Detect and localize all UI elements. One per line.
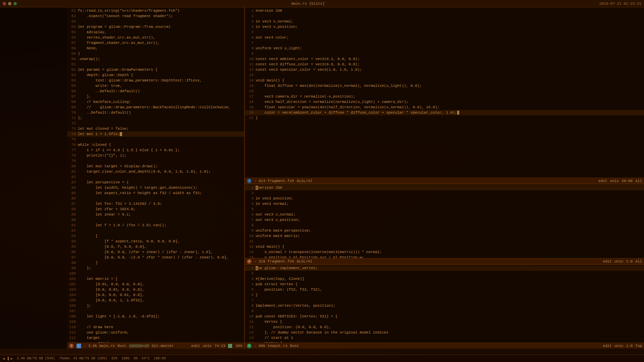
code-line-53: 53 [67,19,244,24]
line-text: [ [78,233,244,239]
sys-controls: ◀ ▐ ▶ [3,357,13,361]
rb-file-info: - 89k teapot.rs [254,344,287,348]
line-number: 14 [245,335,256,341]
line-text: float specular = pow(max(dot(half_direct… [256,105,644,110]
line-text: uniform vec3 u_light; [256,46,644,51]
line-number: 54 [67,24,78,29]
line-number: 16 [245,88,256,94]
line-text: // draw here [78,324,244,330]
line-number: 89 [67,212,78,217]
code-line-2: 2 [245,190,644,196]
line-number: 99 [67,265,78,271]
code-line-93: 93 [ [67,233,244,239]
line-text [78,271,244,276]
line-number: 73 [67,126,78,131]
sys-cpu: 62% [111,357,117,360]
line-number: 4 [245,201,256,206]
line-number: 8 [245,46,256,51]
line-number: 12 [245,244,256,249]
line-number: 84 [67,185,78,190]
line-number: 57 [67,40,78,46]
line-text [78,158,244,164]
line-text: use glium::implement_vertex; [256,265,644,271]
code-line-60: 60.unwrap(); [67,56,244,62]
line-text: out vec4 color; [256,35,644,40]
line-text: uniform mat4 perspective; [256,228,644,233]
code-line-90: 90 [67,217,244,223]
line-text: depth: glium::Depth { [78,72,244,78]
line-text: #version 330 [256,8,644,13]
line-text [256,29,644,35]
code-line-11: 11 Vertex { [245,319,644,324]
code-line-18: 18 vec3 half_direction = normalize(norma… [245,99,644,105]
line-number: 2 [245,13,256,19]
line-text: [0.0, 0.0, (zfar + znear) / (zfar - znea… [78,249,244,255]
line-text: // glium::draw_parameters::BackfaceCulli… [78,105,244,110]
rt-position: 20:89 [622,179,633,183]
line-text: v_position = gl_Position.xyz / gl_Positi… [256,255,644,258]
line-number: 107 [67,308,78,314]
line-number: 92 [67,228,78,233]
line-text: test: glium::draw_parameters::DepthTest:… [78,78,244,83]
close-button[interactable] [3,2,6,5]
code-line-92: 92 [67,228,244,233]
fragment-fsh-mid-code[interactable]: 1#version 33023in vec3 position;4in vec3… [245,184,644,258]
code-line-3: 3in vec3 position; [245,196,644,201]
line-text: while !closed { [78,142,244,147]
code-line-2: 2 [245,13,644,19]
line-text: ..Default::default() [78,110,244,115]
line-number: 88 [67,206,78,212]
code-line-7: 7 [245,298,644,303]
code-line-5: 5 position: (f32, f32, f32), [245,287,644,292]
line-number: 1 [245,8,256,13]
code-line-111: 111 use glium::uniform; [67,330,244,335]
line-text: let fov: f32 = 3.141592 / 3.0; [78,201,244,206]
teapot-rs-code[interactable]: 1use glium::implement_vertex;23#[derive(… [245,265,644,343]
line-text: #version 330 [256,185,644,190]
line-number: 9 [245,308,256,314]
code-line-19: 19 float specular = pow(max(dot(half_dir… [245,105,644,110]
line-number: 63 [67,72,78,78]
line-text: [f * aspect_ratio, 0.0, 0.0, 0.0], [78,239,244,244]
line-number: 52 [67,13,78,19]
line-number: 60 [67,56,78,62]
code-line-104: 104 [0.0, 0.0, 0.01, 0.0], [67,292,244,298]
line-text [256,308,644,314]
maximize-button[interactable] [13,2,17,5]
code-line-5: 5 [245,29,644,35]
line-text: Vertex { [256,319,644,324]
rb-extra: Top [635,344,642,348]
pane-number-3: 3 [247,179,252,183]
line-number: 10 [245,233,256,239]
rm-status-right: edit unix 1:0 All [603,259,642,263]
line-text [256,51,644,56]
code-line-102: 102 [0.01, 0.0, 0.0, 0.0], [67,282,244,287]
window-title: main.rs [blits] [17,2,599,6]
fragment-fsh-top-code[interactable]: 1#version 33023in vec3 v_normal;4in vec3… [245,7,644,178]
main-rs-code[interactable]: 51fs::read_to_string("src/shaders/fragme… [67,7,244,343]
code-line-101: 101 let matrix = [ [67,276,244,282]
line-text: in vec3 v_position; [256,24,644,29]
rb-status-right: edit unix 1:0 Top [603,344,642,348]
code-line-91: 91 let f = 1.0 / (fov / 2.0).tan(); [67,223,244,228]
title-bar: main.rs [blits] 2019-07-21 02:15:31 [0,0,644,7]
line-number: 91 [67,223,78,228]
line-text: }; [78,115,244,121]
line-number: 11 [245,239,256,244]
code-line-85: 85 let aspect_ratio = height as f32 / wi… [67,190,244,196]
line-number: 110 [67,324,78,330]
line-number: 58 [67,46,78,51]
rm-position: 1:0 [626,259,633,263]
sys-memory: 2.40 GB/78 GB (54%) [17,357,55,360]
line-text: vec3 camera_dir = normalize(-v_position)… [256,94,644,99]
line-number: 64 [67,78,78,83]
line-number: 3 [245,196,256,201]
code-line-109: 109 [67,319,244,324]
line-number: 86 [67,196,78,201]
line-text: out vec3 v_position; [256,217,644,223]
line-text [256,298,644,303]
minimize-button[interactable] [8,2,11,5]
left-status-right: edit unix 74:23 39% [191,344,242,348]
rm-mode: edit [603,259,612,263]
rt-lang: GLSL/#l [297,179,312,183]
